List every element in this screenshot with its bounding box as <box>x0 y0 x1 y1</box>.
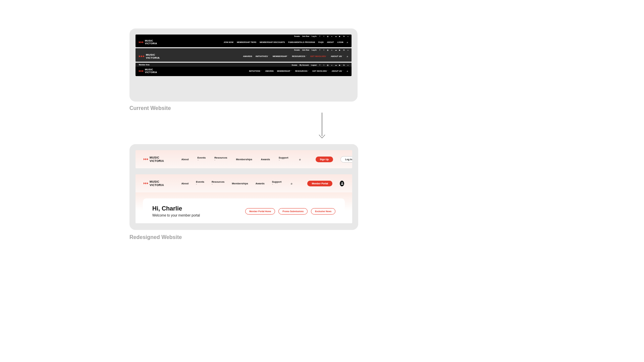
log-in-button[interactable]: Log In <box>340 156 352 163</box>
nav-item[interactable]: LOGIN <box>337 41 343 43</box>
nav-item[interactable]: About <box>181 158 189 161</box>
facebook-icon[interactable]: f <box>319 49 321 51</box>
member-portal-button[interactable]: Member Portal <box>307 181 332 186</box>
youtube-icon[interactable]: ▶ <box>339 64 341 66</box>
nav-item[interactable]: Events <box>198 156 206 162</box>
brand-logo[interactable]: MUSIC VICTORIA <box>144 156 164 163</box>
user-avatar-icon[interactable] <box>340 181 344 186</box>
brand-text: MUSIC VICTORIA <box>145 40 157 45</box>
share-icon[interactable]: ∞ <box>347 64 349 66</box>
donate-link[interactable]: Donate <box>292 64 297 66</box>
nav-item[interactable]: MEMBERSHIP <box>273 55 288 57</box>
main-nav: JOIN NOW MEMBERSHIP TIERS MEMBERSHIP DIS… <box>224 41 348 43</box>
log-in-link[interactable]: Log In <box>312 36 317 37</box>
logo-mark-icon <box>144 158 148 160</box>
greeting-title: Hi, Charlie <box>152 205 200 212</box>
current-website-panel: Donate Join Now Log In f t ◎ ● ☁ ▶ in ∞ … <box>129 28 358 102</box>
log-in-link[interactable]: Log In <box>312 49 317 51</box>
linkedin-icon[interactable]: in <box>343 64 345 66</box>
twitter-icon[interactable]: t <box>323 49 325 51</box>
nav-item[interactable]: Memberships <box>236 158 252 161</box>
nav-item[interactable]: Memberships <box>232 182 248 185</box>
nav-item[interactable]: RESOURCES <box>292 55 307 57</box>
main-nav: About Events Resources Memberships Award… <box>181 156 301 162</box>
share-icon[interactable]: ∞ <box>347 36 349 37</box>
soundcloud-icon[interactable]: ☁ <box>335 36 337 37</box>
nav-item[interactable]: About <box>181 182 189 185</box>
nav-item[interactable]: MEMBERSHIP <box>277 70 292 72</box>
brand-logo[interactable]: MUSIC VICTORIA <box>139 68 157 74</box>
nav-item[interactable]: RESOURCES <box>295 70 309 72</box>
main-nav: INITIATIVES AWARDS MEMBERSHIP RESOURCES … <box>249 70 348 72</box>
caption-redesigned: Redesigned Website <box>129 234 182 240</box>
main-nav: About Events Resources Memberships Award… <box>181 180 293 186</box>
svg-point-1 <box>341 182 342 183</box>
instagram-icon[interactable]: ◎ <box>327 36 329 37</box>
nav-item[interactable]: ABOUT US <box>331 55 343 57</box>
join-now-link[interactable]: Join Now <box>302 36 310 37</box>
spotify-icon[interactable]: ● <box>331 49 333 51</box>
facebook-icon[interactable]: f <box>319 64 321 66</box>
search-icon[interactable]: ⌕ <box>291 182 292 185</box>
brand-text: MUSIC VICTORIA <box>146 53 160 59</box>
search-icon[interactable]: ⌕ <box>347 41 348 43</box>
facebook-icon[interactable]: f <box>319 36 321 37</box>
spotify-icon[interactable]: ● <box>331 36 333 37</box>
nav-item-active[interactable]: GET INVOLVED <box>310 55 327 57</box>
nav-item[interactable]: INITIATIVES <box>256 55 269 57</box>
nav-item[interactable]: GET INVOLVED <box>312 70 328 72</box>
nav-item[interactable]: FUNDAMENTALS PROGRAM <box>288 41 315 43</box>
soundcloud-icon[interactable]: ☁ <box>335 64 337 66</box>
share-icon[interactable]: ∞ <box>347 49 349 51</box>
youtube-icon[interactable]: ▶ <box>339 36 341 37</box>
redesigned-website-panel: MUSIC VICTORIA About Events Resources Me… <box>129 144 358 230</box>
nav-item[interactable]: Resources <box>214 156 227 162</box>
current-header-3: Member Area Donate My Account Logout f t… <box>136 63 352 76</box>
nav-item[interactable]: ABOUT US <box>332 70 343 72</box>
portal-home-button[interactable]: Member Portal Home <box>245 208 275 215</box>
nav-item[interactable]: Events <box>196 180 204 186</box>
twitter-icon[interactable]: t <box>323 36 325 37</box>
youtube-icon[interactable]: ▶ <box>339 49 341 51</box>
nav-item[interactable]: MEMBERSHIP TIERS <box>237 41 256 43</box>
search-icon[interactable]: ⌕ <box>347 70 348 72</box>
nav-item[interactable]: AWARDS <box>243 55 252 57</box>
linkedin-icon[interactable]: in <box>343 36 345 37</box>
brand-logo[interactable]: MUSIC VICTORIA <box>139 53 160 59</box>
nav-item[interactable]: MEMBERSHIP DISCOUNTS <box>260 41 285 43</box>
spotify-icon[interactable]: ● <box>331 64 333 66</box>
arrow-down-icon <box>318 113 326 138</box>
join-now-link[interactable]: Join Now <box>302 49 310 51</box>
brand-logo[interactable]: MUSIC VICTORIA <box>144 180 167 187</box>
greeting-card: Hi, Charlie Welcome to your member porta… <box>143 198 345 223</box>
nav-item[interactable]: Resources <box>212 180 224 186</box>
sign-up-button[interactable]: Sign Up <box>316 157 333 162</box>
brand-logo[interactable]: MUSIC VICTORIA <box>139 40 157 45</box>
instagram-icon[interactable]: ◎ <box>327 64 329 66</box>
instagram-icon[interactable]: ◎ <box>327 49 329 51</box>
donate-link[interactable]: Donate <box>294 36 300 37</box>
linkedin-icon[interactable]: in <box>343 49 345 51</box>
nav-item[interactable]: JOIN NOW <box>224 41 233 43</box>
nav-item[interactable]: FAQS <box>318 41 324 43</box>
nav-item[interactable]: Awards <box>256 182 265 185</box>
nav-item[interactable]: ABOUT <box>327 41 334 43</box>
logo-mark-icon <box>139 70 144 72</box>
twitter-icon[interactable]: t <box>323 64 325 66</box>
promo-submissions-button[interactable]: Promo Submissions <box>278 208 308 215</box>
search-icon[interactable]: ⌕ <box>299 158 301 161</box>
nav-item[interactable]: Support <box>272 180 282 186</box>
logout-link[interactable]: Logout <box>311 64 317 66</box>
my-account-link[interactable]: My Account <box>300 64 309 66</box>
exclusive-news-button[interactable]: Exclusive News <box>311 208 335 215</box>
nav-item[interactable]: INITIATIVES <box>249 70 262 72</box>
logo-mark-icon <box>144 182 148 184</box>
nav-item[interactable]: Awards <box>261 158 270 161</box>
search-icon[interactable]: ⌕ <box>347 55 348 57</box>
soundcloud-icon[interactable]: ☁ <box>335 49 337 51</box>
mainbar: MUSIC VICTORIA AWARDS INITIATIVES MEMBER… <box>136 52 352 62</box>
donate-link[interactable]: Donate <box>294 49 300 51</box>
topbar: Donate Join Now Log In f t ◎ ● ☁ ▶ in ∞ <box>136 35 352 38</box>
nav-item[interactable]: AWARDS <box>265 70 274 72</box>
nav-item[interactable]: Support <box>279 156 288 162</box>
